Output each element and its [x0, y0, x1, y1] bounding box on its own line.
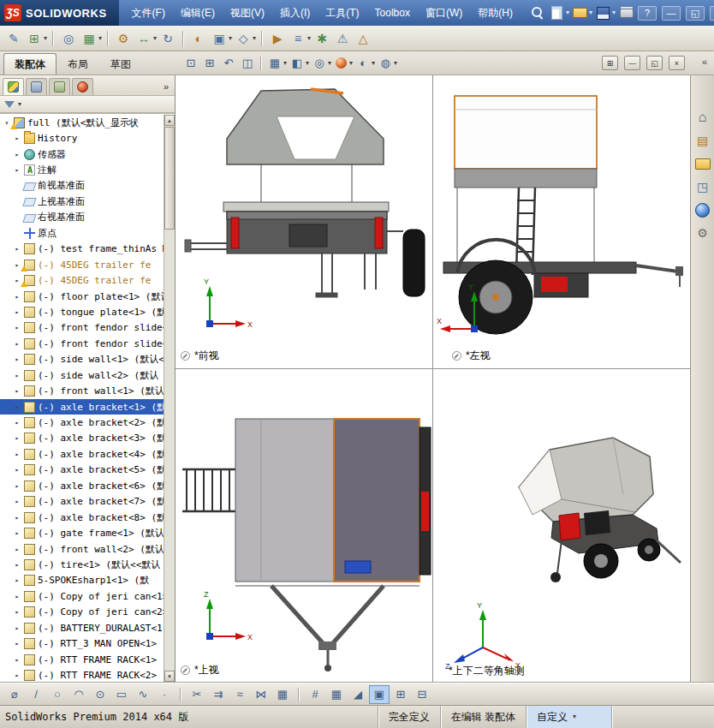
- expander-icon[interactable]: [13, 640, 21, 647]
- close-button[interactable]: ×: [710, 6, 714, 21]
- menu-item[interactable]: 插入(I): [272, 0, 318, 26]
- viewport-divider-vertical[interactable]: [432, 75, 433, 683]
- tree-item[interactable]: (-) axle bracket<1> (默: [0, 399, 164, 415]
- tree-item[interactable]: (-) BATTERY_DURALAST<1: [0, 620, 164, 636]
- menu-item[interactable]: 编辑(E): [173, 0, 223, 26]
- save-icon[interactable]: [595, 4, 612, 21]
- viewport-front[interactable]: Y X *前视: [176, 75, 432, 368]
- tree-item[interactable]: (-) gate frame<1> (默认: [0, 525, 164, 540]
- tree-item[interactable]: (-) 45DEG trailer fe: [0, 272, 164, 288]
- menu-item[interactable]: Toolbox: [367, 0, 418, 26]
- move-component-icon[interactable]: ↔: [134, 29, 153, 48]
- viewport-divider-horizontal[interactable]: [176, 368, 690, 369]
- insert-components-icon[interactable]: ⊞: [25, 29, 44, 48]
- scroll-thumb[interactable]: [164, 127, 175, 230]
- previous-view-icon[interactable]: ↶: [220, 55, 237, 72]
- interference-detection-icon[interactable]: ⚠: [333, 29, 352, 48]
- tree-item[interactable]: 原点: [0, 225, 164, 241]
- expander-icon[interactable]: [13, 308, 21, 316]
- close-sketch-icon[interactable]: ⊟: [413, 686, 431, 703]
- instant3d-icon[interactable]: △: [354, 29, 372, 48]
- custom-properties-icon[interactable]: ⚙: [693, 224, 712, 242]
- expander-icon[interactable]: [13, 166, 21, 174]
- unit-system-dropdown[interactable]: 自定义 ▾: [526, 706, 611, 728]
- tree-item[interactable]: (-) test frame_thinAs M: [0, 242, 164, 257]
- zoom-fit-icon[interactable]: ⊡: [182, 55, 199, 72]
- print-icon[interactable]: [618, 4, 635, 21]
- dropdown-caret-icon[interactable]: ▾: [253, 35, 256, 42]
- tree-item[interactable]: (-) floor plate<1> (默认: [0, 289, 164, 304]
- linear-sketch-pattern-icon[interactable]: ▦: [273, 686, 292, 703]
- shaded-sketch-contours-icon[interactable]: ◢: [348, 686, 367, 703]
- edit-appearance-icon[interactable]: [336, 57, 347, 69]
- expander-icon[interactable]: [13, 546, 21, 553]
- viewport-layout-icon[interactable]: ⊞: [602, 56, 618, 70]
- minimize-doc-icon[interactable]: —: [624, 56, 640, 70]
- configurationmanager-tab[interactable]: [49, 78, 70, 95]
- design-library-icon[interactable]: ▤: [693, 131, 712, 150]
- offset-entities-icon[interactable]: ≈: [230, 686, 249, 703]
- expander-icon[interactable]: [13, 134, 21, 142]
- commandmanager-tab[interactable]: 装配体: [3, 53, 57, 75]
- trim-entities-icon[interactable]: ✂: [187, 686, 206, 703]
- sketch-picture-icon[interactable]: ⊞: [391, 686, 410, 703]
- circle-icon[interactable]: ○: [48, 686, 67, 703]
- search-icon[interactable]: [529, 4, 546, 21]
- expander-icon[interactable]: [13, 372, 21, 379]
- commandmanager-tab[interactable]: 布局: [57, 53, 99, 75]
- zoom-area-icon[interactable]: ⊞: [201, 55, 218, 72]
- tree-item[interactable]: (-) axle bracket<7> (默: [0, 494, 164, 510]
- spline-icon[interactable]: ∿: [134, 686, 152, 703]
- tree-item[interactable]: (-) axle bracket<6> (默: [0, 478, 164, 493]
- dropdown-caret-icon[interactable]: ▾: [306, 60, 309, 67]
- expander-icon[interactable]: [13, 561, 21, 569]
- tree-item[interactable]: (-) RTT_3 MAN OPEN<1> (: [0, 636, 164, 651]
- viewport-isometric[interactable]: Y X Z *上下二等角轴测: [433, 369, 690, 683]
- component-pattern-icon[interactable]: ▦: [80, 29, 98, 48]
- tree-item[interactable]: (-) 45DEG trailer fe: [0, 257, 164, 272]
- assembly-features-icon[interactable]: ▣: [210, 29, 229, 48]
- snap-icon[interactable]: ▦: [327, 686, 346, 703]
- expander-icon[interactable]: [13, 656, 21, 664]
- edit-component-icon[interactable]: ✎: [4, 29, 23, 48]
- show-hidden-components-icon[interactable]: ◐: [189, 29, 208, 48]
- file-explorer-icon[interactable]: [693, 154, 712, 173]
- dropdown-caret-icon[interactable]: ▾: [612, 9, 616, 16]
- featuremanager-tab[interactable]: [3, 78, 24, 95]
- tree-item[interactable]: full (默认<默认_显示状: [0, 115, 164, 130]
- home-icon[interactable]: ⌂: [693, 108, 712, 127]
- tree-item[interactable]: (-) RTT FRAME RACK<1> (: [0, 652, 164, 667]
- open-folder-icon[interactable]: [572, 4, 589, 21]
- expander-icon[interactable]: [13, 340, 21, 348]
- tree-item[interactable]: 前视基准面: [0, 178, 164, 194]
- tree-item[interactable]: 上视基准面: [0, 194, 164, 209]
- dropdown-caret-icon[interactable]: ▾: [328, 60, 331, 67]
- filter-caret-icon[interactable]: ▾: [18, 101, 21, 108]
- commandmanager-tab[interactable]: 草图: [99, 53, 142, 75]
- filter-funnel-icon[interactable]: [4, 101, 15, 108]
- menu-item[interactable]: 视图(V): [223, 0, 272, 26]
- tree-item[interactable]: (-) side wall<2> (默认: [0, 367, 164, 383]
- restore-button[interactable]: ◱: [686, 6, 705, 21]
- menu-item[interactable]: 窗口(W): [418, 0, 470, 26]
- tree-item[interactable]: (-) axle bracket<4> (默: [0, 446, 164, 462]
- panel-overflow-chevron-icon[interactable]: »: [161, 81, 171, 92]
- tree-item[interactable]: (-) front fendor slide<: [0, 336, 164, 351]
- propertymanager-tab[interactable]: [26, 78, 47, 95]
- expander-icon[interactable]: [13, 482, 21, 490]
- tree-item[interactable]: 注解: [0, 162, 164, 177]
- expander-icon[interactable]: [13, 451, 21, 458]
- tree-item[interactable]: (-) front wall<1> (默认: [0, 383, 164, 398]
- viewport-left[interactable]: Y X *左视: [433, 75, 690, 368]
- help-button[interactable]: ?: [638, 6, 657, 21]
- expander-icon[interactable]: [13, 403, 21, 411]
- tree-item[interactable]: (-) axle bracket<2> (默: [0, 415, 164, 430]
- collapse-task-pane-icon[interactable]: «: [702, 57, 707, 67]
- menu-item[interactable]: 文件(F): [124, 0, 173, 26]
- point-icon[interactable]: ·: [155, 686, 174, 703]
- scroll-down-button[interactable]: ▼: [164, 671, 175, 682]
- expander-icon[interactable]: [13, 293, 21, 301]
- bill-of-materials-icon[interactable]: ≡: [289, 29, 307, 48]
- dropdown-caret-icon[interactable]: ▾: [98, 35, 102, 42]
- convert-entities-icon[interactable]: ⇉: [209, 686, 228, 703]
